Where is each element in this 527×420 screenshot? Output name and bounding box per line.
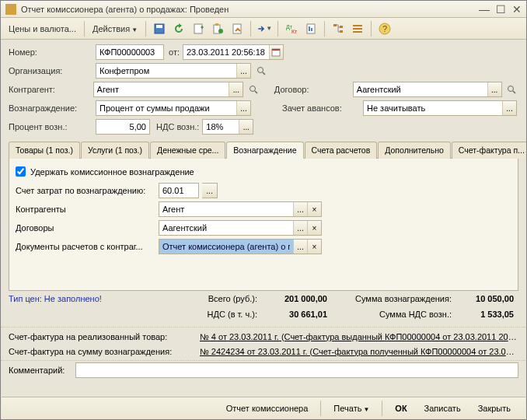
tree-icon[interactable]: [330, 21, 347, 37]
svg-point-24: [250, 86, 256, 92]
sub-docs-field[interactable]: ... ×: [159, 239, 322, 254]
comment-field[interactable]: [75, 362, 518, 378]
svg-rect-11: [311, 28, 312, 31]
sub-contract-clear[interactable]: ×: [307, 221, 321, 235]
sub-docs-clear[interactable]: ×: [307, 240, 321, 254]
tab-services[interactable]: Услуги (1 поз.): [81, 142, 149, 159]
svg-rect-15: [353, 25, 362, 26]
sub-counterparty-label: Контрагенты: [16, 205, 155, 214]
cost-account-select[interactable]: ...: [202, 183, 218, 198]
tab-strip: Товары (1 поз.) Услуги (1 поз.) Денежные…: [9, 141, 518, 159]
org-field[interactable]: ...: [96, 63, 251, 79]
counterparty-magnify-icon[interactable]: [246, 85, 260, 94]
svg-point-22: [258, 68, 264, 73]
sub-contract-select[interactable]: ...: [293, 221, 307, 235]
save-icon[interactable]: [151, 21, 168, 37]
reward-label: Вознаграждение:: [9, 103, 92, 113]
tab-goods[interactable]: Товары (1 поз.): [9, 142, 80, 159]
tab-reward[interactable]: Вознаграждение: [226, 142, 303, 159]
app-icon: [5, 4, 16, 15]
contract-magnify-icon[interactable]: [505, 85, 518, 94]
titlebar: Отчет комиссионера (агента) о продажах: …: [1, 1, 526, 18]
total-value: 201 000,00: [257, 294, 327, 303]
advance-field[interactable]: ...: [363, 100, 517, 116]
sub-docs-select[interactable]: ...: [293, 240, 307, 254]
cost-account-label: Счет затрат по вознаграждению:: [16, 186, 155, 195]
hold-reward-checkbox[interactable]: [16, 166, 26, 177]
hold-reward-label: Удержать комиссионное вознаграждение: [30, 167, 194, 177]
print-dropdown[interactable]: Печать▼: [326, 401, 376, 415]
advance-label: Зачет авансов:: [282, 103, 360, 113]
vat-total-label: НДС (в т. ч.):: [172, 310, 257, 319]
calendar-icon[interactable]: [269, 45, 283, 59]
tab-reward-body: Удержать комиссионное вознаграждение Сче…: [9, 159, 518, 291]
total-label: Всего (руб.):: [172, 294, 257, 303]
svg-point-5: [218, 29, 223, 33]
vat-select-button[interactable]: ...: [239, 120, 253, 134]
contract-select-button[interactable]: ...: [487, 82, 501, 96]
advance-select-button[interactable]: ...: [502, 101, 516, 115]
save-button[interactable]: Записать: [417, 401, 468, 415]
reward-vat-value: 1 533,05: [452, 310, 514, 319]
ok-button[interactable]: ОК: [388, 401, 414, 415]
percent-field[interactable]: [96, 119, 150, 135]
contract-field[interactable]: ...: [353, 82, 502, 97]
minimize-button[interactable]: —: [479, 3, 490, 16]
reward-field[interactable]: ...: [96, 100, 251, 116]
sub-docs-label: Документы расчетов с контраг...: [16, 242, 155, 251]
refresh-icon[interactable]: [170, 21, 187, 37]
svg-line-23: [263, 72, 265, 75]
toolbar: Цены и валюта... Действия▼ ▼ ДтКт ?: [1, 18, 526, 40]
org-magnify-icon[interactable]: [254, 66, 268, 75]
clipboard-icon[interactable]: [209, 21, 226, 37]
tab-accounts[interactable]: Счета расчетов: [305, 142, 378, 159]
transfer-icon[interactable]: [229, 21, 246, 37]
svg-line-27: [513, 91, 515, 93]
close-button[interactable]: ✕: [512, 3, 522, 16]
svg-rect-1: [156, 25, 162, 28]
sub-counterparty-select[interactable]: ...: [293, 202, 307, 216]
sub-contract-field[interactable]: ... ×: [159, 220, 322, 236]
go-icon[interactable]: ▼: [256, 21, 273, 37]
sf-sale-label: Счет-фактура на реализованный товар:: [9, 332, 195, 341]
list-icon[interactable]: [349, 21, 366, 37]
document-icon[interactable]: [190, 21, 207, 37]
invoice-block: Счет-фактура на реализованный товар: № 4…: [1, 327, 526, 360]
svg-rect-17: [353, 31, 362, 33]
sf-reward-link[interactable]: № 2424234 от 23.03.2011 г. (Счет-фактура…: [200, 347, 518, 356]
cost-account-field[interactable]: [159, 183, 199, 198]
tab-cash[interactable]: Денежные сре...: [150, 142, 225, 159]
vat-label: НДС возн.:: [156, 122, 199, 131]
help-icon[interactable]: ?: [376, 21, 393, 37]
svg-point-26: [508, 86, 514, 92]
org-select-button[interactable]: ...: [236, 64, 250, 78]
maximize-button[interactable]: ☐: [496, 3, 506, 16]
vat-field[interactable]: ...: [202, 119, 253, 135]
number-field[interactable]: [96, 44, 164, 60]
counterparty-select-button[interactable]: ...: [229, 82, 243, 96]
prices-currency-button[interactable]: Цены и валюта...: [5, 23, 79, 35]
reward-select-button[interactable]: ...: [236, 101, 250, 115]
tab-additional[interactable]: Дополнительно: [378, 142, 451, 159]
contract-label: Договор:: [274, 85, 350, 94]
svg-rect-14: [340, 30, 343, 33]
date-field[interactable]: [183, 44, 284, 60]
sf-sale-link[interactable]: № 4 от 23.03.2011 г. (Счет-фактура выдан…: [200, 332, 518, 341]
close-form-button[interactable]: Закрыть: [471, 401, 518, 415]
counterparty-field[interactable]: ...: [93, 82, 244, 97]
totals-block: Тип цен: Не заполнено! Всего (руб.): 201…: [1, 291, 526, 327]
actions-dropdown[interactable]: Действия▼: [89, 23, 141, 35]
sub-contract-label: Договоры: [16, 223, 155, 233]
vat-total-value: 30 661,01: [257, 310, 327, 319]
report-button[interactable]: Отчет комиссионера: [219, 401, 316, 415]
report-icon[interactable]: [302, 21, 319, 37]
sub-counterparty-clear[interactable]: ×: [307, 202, 321, 216]
price-type-warning: Тип цен: Не заполнено!: [9, 294, 172, 303]
svg-rect-12: [333, 24, 337, 26]
svg-rect-2: [194, 24, 202, 33]
tab-invoice[interactable]: Счет-фактура п...: [452, 142, 527, 159]
comment-label: Комментарий:: [9, 366, 71, 375]
svg-rect-13: [340, 26, 343, 28]
debit-credit-icon[interactable]: ДтКт: [283, 21, 300, 37]
sub-counterparty-field[interactable]: ... ×: [159, 201, 322, 217]
